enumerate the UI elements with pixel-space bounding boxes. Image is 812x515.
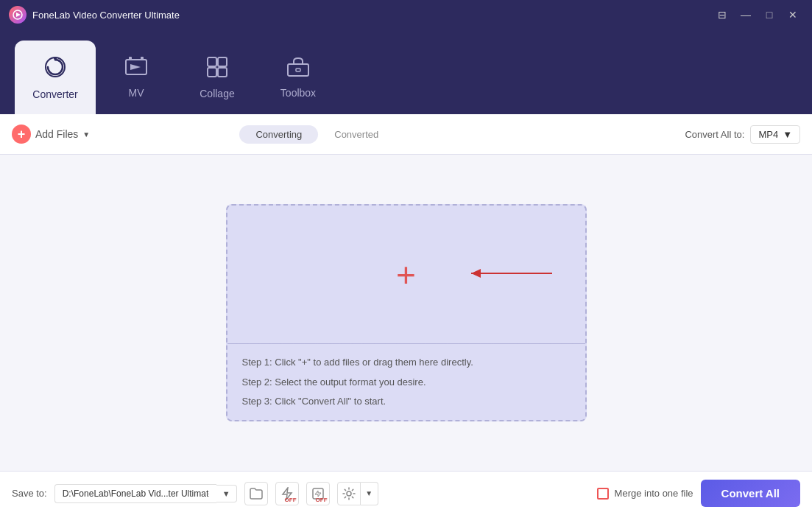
convert-all-button[interactable]: Convert All	[701, 480, 800, 507]
convert-all-to-group: Convert All to: MP4 ▼	[685, 125, 800, 144]
svg-marker-17	[315, 491, 321, 497]
tab-mv-label: MV	[129, 87, 144, 99]
minimize-button[interactable]: —	[735, 6, 756, 24]
svg-rect-6	[141, 57, 144, 60]
flash-off-label: OFF	[285, 497, 297, 503]
step3-text: Step 3: Click "Convert All" to start.	[242, 395, 571, 408]
flash2-off-label: OFF	[316, 497, 328, 503]
save-path-input[interactable]	[54, 484, 216, 503]
drop-zone-lower: Step 1: Click "+" to add files or drag t…	[227, 344, 585, 420]
nav-bar: Converter MV Collage	[0, 29, 812, 114]
step1-text: Step 1: Click "+" to add files or drag t…	[242, 356, 571, 369]
convert-all-to-label: Convert All to:	[685, 129, 744, 140]
add-dropdown-arrow-icon: ▼	[82, 130, 90, 139]
save-path-group: ▼	[54, 484, 237, 503]
title-bar: FoneLab Video Converter Ultimate ⊟ — □ ✕	[0, 0, 812, 29]
app-title: FoneLab Video Converter Ultimate	[32, 10, 180, 21]
mv-icon	[124, 57, 148, 83]
app-logo	[9, 6, 27, 24]
tab-converter[interactable]: Converter	[15, 41, 96, 114]
title-bar-controls: ⊟ — □ ✕	[712, 6, 803, 24]
tab-toolbox[interactable]: Toolbox	[258, 41, 339, 114]
settings-group: ▼	[337, 482, 378, 505]
toolbox-icon	[286, 57, 310, 83]
svg-rect-8	[218, 57, 227, 66]
step2-text: Step 2: Select the output format you des…	[242, 376, 571, 389]
caption-button[interactable]: ⊟	[712, 6, 732, 24]
tab-toolbox-label: Toolbox	[280, 87, 316, 99]
save-path-dropdown[interactable]: ▼	[216, 485, 237, 502]
svg-rect-7	[208, 57, 216, 66]
merge-checkbox[interactable]	[597, 488, 609, 500]
converting-tab[interactable]: Converting	[239, 125, 318, 144]
flash-on-button[interactable]: OFF	[306, 482, 330, 505]
content-area: + Step 1: Click "+" to add files or drag…	[0, 155, 812, 471]
svg-point-18	[347, 491, 351, 496]
merge-group: Merge into one file	[597, 488, 693, 500]
svg-rect-12	[296, 69, 300, 71]
settings-button[interactable]	[337, 482, 361, 505]
save-to-label: Save to:	[12, 488, 47, 499]
tab-collage[interactable]: Collage	[177, 41, 258, 114]
close-button[interactable]: ✕	[783, 6, 803, 24]
title-bar-left: FoneLab Video Converter Ultimate	[9, 6, 180, 24]
svg-rect-5	[129, 57, 132, 60]
svg-rect-11	[288, 64, 308, 76]
merge-label: Merge into one file	[615, 488, 693, 499]
tab-converter-label: Converter	[32, 88, 77, 100]
svg-rect-9	[208, 68, 216, 77]
add-files-button[interactable]: + Add Files ▼	[12, 125, 90, 144]
drop-zone[interactable]: + Step 1: Click "+" to add files or drag…	[226, 204, 587, 421]
add-files-label: Add Files	[35, 128, 78, 140]
converted-tab[interactable]: Converted	[318, 125, 395, 144]
add-plus-icon: +	[12, 125, 31, 144]
tab-mv[interactable]: MV	[96, 41, 177, 114]
tab-collage-label: Collage	[200, 88, 234, 99]
collage-icon	[206, 56, 228, 83]
svg-marker-14	[471, 269, 481, 278]
flash-off-button[interactable]: OFF	[275, 482, 299, 505]
format-value: MP4	[758, 129, 778, 140]
converter-icon	[43, 55, 67, 84]
svg-marker-1	[16, 13, 21, 17]
arrow-indicator	[467, 262, 556, 287]
toolbar: + Add Files ▼ Converting Converted Conve…	[0, 114, 812, 155]
format-dropdown-icon: ▼	[783, 129, 792, 140]
svg-rect-10	[218, 68, 227, 77]
folder-button[interactable]	[244, 482, 268, 505]
format-select[interactable]: MP4 ▼	[750, 125, 800, 144]
main-area: + Add Files ▼ Converting Converted Conve…	[0, 114, 812, 471]
bottom-bar: Save to: ▼ OFF OFF ▼ Merge into one	[0, 471, 812, 515]
drop-zone-upper: +	[227, 206, 585, 343]
settings-dropdown-arrow[interactable]: ▼	[361, 482, 378, 505]
convert-tab-group: Converting Converted	[239, 125, 395, 144]
drop-plus-icon: +	[396, 258, 416, 292]
maximize-button[interactable]: □	[759, 6, 780, 24]
